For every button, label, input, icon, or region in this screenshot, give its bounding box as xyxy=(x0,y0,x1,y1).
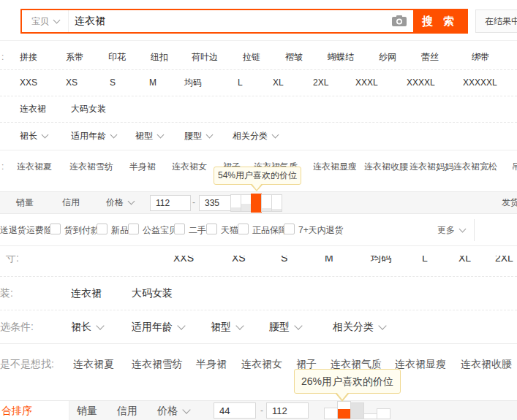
checkbox-icon[interactable] xyxy=(284,224,295,234)
size-option[interactable]: XS xyxy=(66,70,78,96)
related-search-link[interactable]: 吊带裙 xyxy=(512,150,517,183)
service-checkbox-item[interactable]: 公益宝贝 xyxy=(128,214,178,246)
sort-composite-active[interactable]: 合排序 xyxy=(1,401,32,420)
service-checkbox-item[interactable]: 货到付款 xyxy=(50,214,99,246)
histogram-bucket-2[interactable] xyxy=(241,194,252,212)
sort-option-3[interactable]: 价格 xyxy=(157,401,189,420)
search-category-dropdown[interactable]: 宝贝 xyxy=(22,10,69,32)
filter-option[interactable]: 拉链 xyxy=(243,45,260,69)
related-search-link[interactable]: 连衣裙雪纺 xyxy=(132,343,183,384)
checkbox-icon[interactable] xyxy=(174,224,185,234)
histogram-bucket-3[interactable] xyxy=(350,402,364,419)
filter-option[interactable]: 印花 xyxy=(108,45,126,69)
related-search-link[interactable]: 连衣裙女 xyxy=(241,343,282,384)
category-option[interactable]: 连衣裙 xyxy=(71,276,102,310)
price-min-input-2[interactable] xyxy=(214,402,256,419)
ship-from-filter[interactable]: 发货地 xyxy=(502,192,517,213)
filter-dropdown[interactable]: 裙长 xyxy=(20,123,48,150)
size-option[interactable]: XXXXL xyxy=(407,70,435,96)
size-option[interactable]: 均码 xyxy=(184,70,202,96)
search-input[interactable] xyxy=(75,10,389,32)
filter-option[interactable]: 系带 xyxy=(66,45,83,69)
histogram-bucket-3[interactable] xyxy=(251,194,262,213)
related-search-link[interactable]: 连衣裙妈妈 xyxy=(410,150,453,183)
size-option[interactable]: 均码 xyxy=(371,256,391,267)
size-option[interactable]: L xyxy=(238,70,243,96)
checkbox-icon[interactable] xyxy=(238,224,249,234)
related-search-link[interactable]: 连衣裙女 xyxy=(172,150,207,183)
checkbox-icon[interactable] xyxy=(50,224,61,234)
histogram-bucket-4[interactable] xyxy=(363,413,377,419)
size-option[interactable]: 2XL xyxy=(495,256,513,267)
size-option[interactable]: XXXL xyxy=(355,70,378,96)
sort-option-3[interactable]: 价格 xyxy=(106,192,134,213)
histogram-bucket-4[interactable] xyxy=(261,194,272,212)
histogram-bucket-2[interactable] xyxy=(337,401,351,419)
service-checkbox-item[interactable]: 二手 xyxy=(174,214,206,246)
service-checkbox-item[interactable]: 7+天内退货 xyxy=(284,214,344,246)
filter-option[interactable]: 纱网 xyxy=(379,45,396,69)
filter-dropdown[interactable]: 适用年龄 xyxy=(132,310,184,343)
size-option[interactable]: 2XL xyxy=(313,70,328,96)
price-max-input-2[interactable] xyxy=(266,402,309,419)
filter-dropdown[interactable]: 相关分类 xyxy=(233,123,278,150)
filter-dropdown[interactable]: 腰型 xyxy=(184,123,212,150)
size-option[interactable]: XS xyxy=(232,256,246,267)
filter-dropdown[interactable]: 腰型 xyxy=(269,310,301,343)
search-in-results-button[interactable]: 在结果中搜索 xyxy=(475,9,517,33)
related-search-link[interactable]: 连衣裙夏 xyxy=(73,343,114,384)
more-filters-link[interactable]: 更多 xyxy=(437,214,465,246)
filter-dropdown[interactable]: 裙长 xyxy=(71,310,103,343)
filter-option[interactable]: 拼接 xyxy=(20,45,37,69)
filter-dropdown[interactable]: 适用年龄 xyxy=(71,123,116,150)
size-option[interactable]: XXS xyxy=(20,70,37,96)
histogram-bucket-5[interactable] xyxy=(377,408,390,419)
related-search-link[interactable]: 连衣裙宽松 xyxy=(453,150,497,183)
filter-option[interactable]: 荷叶边 xyxy=(192,45,218,69)
service-checkbox-item[interactable]: 正品保障 xyxy=(238,214,287,246)
price-histogram[interactable] xyxy=(230,194,284,212)
related-search-link[interactable]: 连衣裙雪纺 xyxy=(69,150,113,183)
related-search-link[interactable]: 连衣裙夏 xyxy=(17,150,52,183)
category-option[interactable]: 大码女装 xyxy=(132,276,173,310)
size-option[interactable]: S xyxy=(281,256,287,267)
related-search-link[interactable]: 半身裙 xyxy=(129,150,156,183)
search-button[interactable]: 搜 索 xyxy=(413,10,467,32)
filter-option[interactable]: 绑带 xyxy=(472,45,489,69)
sort-option-1[interactable]: 销量 xyxy=(77,401,97,420)
service-label-clipped[interactable]: 送退货运费险 xyxy=(0,214,53,246)
price-histogram-2[interactable] xyxy=(324,401,391,420)
related-search-link[interactable]: 连衣裙显瘦 xyxy=(395,343,446,384)
filter-option[interactable]: 蕾丝 xyxy=(421,45,439,69)
size-option[interactable]: M xyxy=(149,70,156,96)
size-option[interactable]: XL xyxy=(458,256,471,267)
sort-option-2[interactable]: 信用 xyxy=(62,192,80,213)
price-min-input[interactable] xyxy=(150,195,191,211)
filter-dropdown[interactable]: 裙型 xyxy=(211,310,243,343)
checkbox-icon[interactable] xyxy=(128,224,139,234)
filter-dropdown[interactable]: 裙型 xyxy=(135,123,163,150)
camera-icon[interactable] xyxy=(392,15,407,27)
size-option[interactable]: XXS xyxy=(173,256,194,267)
service-checkbox-item[interactable]: 新品 xyxy=(97,214,129,246)
histogram-bucket-5[interactable] xyxy=(271,194,282,212)
filter-option[interactable]: 纽扣 xyxy=(151,45,168,69)
filter-dropdown[interactable]: 相关分类 xyxy=(333,310,385,343)
sort-option-2[interactable]: 信用 xyxy=(117,401,137,420)
related-search-link[interactable]: 半身裙 xyxy=(196,343,227,384)
size-option[interactable]: XXXXXL xyxy=(463,70,497,96)
category-option[interactable]: 连衣裙 xyxy=(20,96,46,122)
category-option[interactable]: 大码女装 xyxy=(71,96,106,122)
sort-option-1[interactable]: 销量 xyxy=(16,192,34,213)
histogram-bucket-1[interactable] xyxy=(230,194,241,212)
filter-option[interactable]: 褶皱 xyxy=(285,45,303,69)
checkbox-icon[interactable] xyxy=(97,224,107,234)
related-search-link[interactable]: 连衣裙显瘦 xyxy=(313,150,357,183)
checkbox-icon[interactable] xyxy=(206,224,217,234)
size-option[interactable]: L xyxy=(422,256,428,267)
service-checkbox-item[interactable]: 天猫 xyxy=(206,214,238,246)
histogram-bucket-1[interactable] xyxy=(324,408,338,419)
size-option[interactable]: XL xyxy=(273,70,284,96)
filter-option[interactable]: 蝴蝶结 xyxy=(328,45,354,69)
related-search-link[interactable]: 连衣裙收腰 xyxy=(461,343,512,384)
